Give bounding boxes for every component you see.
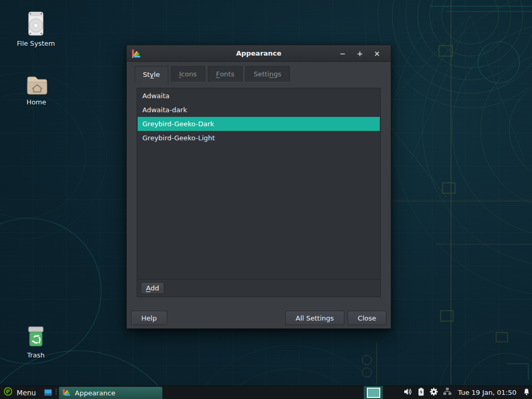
active-workspace[interactable] [367, 388, 380, 398]
tab-label-part: cons [181, 70, 197, 78]
appearance-task-icon [62, 388, 71, 398]
tab-bar: Style Icons Fonts Settings [135, 66, 292, 83]
tab-label-part: le [154, 71, 160, 78]
theme-list-item[interactable]: Greybird-Geeko-Dark [138, 117, 380, 131]
add-label-part: A [146, 284, 151, 292]
tab-settings[interactable]: Settings [245, 66, 289, 82]
tab-label-part: St [143, 71, 150, 78]
desktop-icon-home[interactable]: Home [11, 73, 61, 106]
desktop: File System Home [0, 0, 532, 399]
theme-list-item[interactable]: Adwaita-dark [138, 103, 380, 117]
appearance-window: Appearance − + × Style Icons Fonts [126, 45, 391, 329]
tab-label-part: gs [274, 70, 282, 78]
opensuse-logo-icon [4, 387, 12, 398]
workspace-switcher[interactable] [364, 386, 383, 399]
tab-label-part: Setti [254, 70, 269, 78]
battery-icon[interactable] [418, 388, 424, 398]
minimize-button[interactable]: − [334, 45, 351, 62]
system-tray: Tue 19 Jan, 01:50 [404, 386, 530, 399]
theme-list-item[interactable]: Greybird-Geeko-Light [138, 131, 380, 145]
titlebar[interactable]: Appearance − + × [127, 45, 391, 62]
tab-icons[interactable]: Icons [171, 66, 205, 82]
appearance-app-icon [131, 49, 141, 60]
all-settings-button[interactable]: All Settings [285, 311, 344, 325]
hard-drive-icon [11, 10, 61, 37]
taskbar: Menu Appearance [0, 385, 532, 399]
style-list-frame: Adwaita Adwaita-dark Greybird-Geeko-Dark… [137, 88, 381, 297]
window-body: Style Icons Fonts Settings Adwaita Adwai… [127, 62, 391, 329]
desktop-icon-label: File System [11, 39, 61, 47]
tab-fonts[interactable]: Fonts [208, 66, 243, 82]
settings-gear-icon[interactable] [430, 388, 438, 398]
add-label-part: dd [151, 284, 159, 292]
task-label: Appearance [75, 389, 115, 397]
theme-list-item[interactable]: Adwaita [138, 89, 380, 103]
list-toolbar: Add [137, 279, 380, 297]
tab-label-part: y [150, 71, 154, 78]
taskbar-task-appearance[interactable]: Appearance [59, 387, 163, 399]
trash-bin-icon [11, 325, 61, 349]
dialog-footer: Help All Settings Close [131, 311, 387, 325]
volume-icon[interactable] [404, 388, 413, 398]
tab-label-part: onts [220, 70, 234, 78]
theme-list: Adwaita Adwaita-dark Greybird-Geeko-Dark… [138, 89, 380, 145]
applications-menu-button[interactable]: Menu [0, 386, 41, 399]
add-button[interactable]: Add [141, 282, 164, 294]
close-button[interactable]: Close [348, 311, 387, 325]
maximize-button[interactable]: + [351, 45, 368, 62]
tab-label-part: F [216, 70, 220, 78]
show-desktop-icon[interactable] [44, 389, 52, 398]
notification-bell-icon[interactable] [523, 388, 530, 398]
home-folder-icon [11, 73, 61, 96]
desktop-icon-trash[interactable]: Trash [11, 325, 61, 359]
desktop-icon-label: Trash [11, 351, 61, 359]
menu-label: Menu [17, 389, 36, 397]
close-window-button[interactable]: × [368, 45, 385, 62]
network-icon[interactable] [443, 388, 451, 397]
help-button[interactable]: Help [131, 311, 167, 325]
clock[interactable]: Tue 19 Jan, 01:50 [457, 389, 517, 396]
desktop-icon-label: Home [11, 98, 61, 106]
tab-label-part: n [269, 70, 273, 78]
panel-grip-handle[interactable] [56, 389, 57, 394]
desktop-icon-file-system[interactable]: File System [11, 10, 61, 47]
tab-style[interactable]: Style [135, 66, 168, 83]
